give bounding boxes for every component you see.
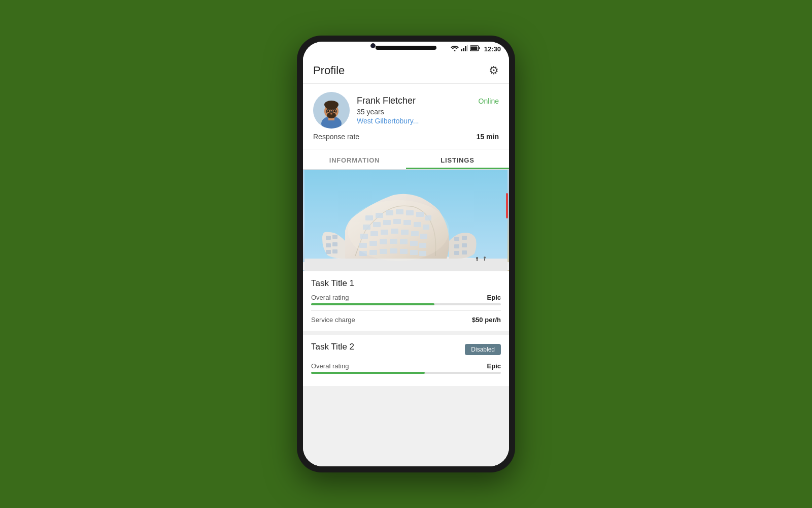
profile-location: West Gilbertobury... (357, 117, 499, 125)
listing-card-1: Task Title 1 Overal rating Epic Service … (303, 170, 509, 331)
phone-camera (370, 43, 376, 48)
svg-rect-65 (326, 250, 331, 254)
svg-rect-3 (465, 46, 466, 51)
app-header: Profile ⚙ (303, 56, 509, 84)
svg-line-19 (335, 111, 336, 111)
listing-1-divider (311, 310, 501, 311)
listing-1-body: Task Title 1 Overal rating Epic Service … (303, 271, 509, 331)
signal-icon (461, 45, 468, 52)
listing-2-rating-value: Epic (487, 362, 501, 370)
svg-rect-66 (332, 249, 337, 253)
svg-point-20 (327, 110, 329, 112)
svg-rect-6 (479, 47, 480, 49)
profile-card: Frank Fletcher Online 35 years West Gilb… (303, 84, 509, 149)
svg-rect-1 (461, 49, 462, 51)
svg-point-21 (333, 110, 335, 112)
svg-point-73 (476, 257, 478, 259)
svg-rect-74 (477, 259, 478, 261)
scroll-indicator[interactable] (506, 193, 508, 218)
phone-screen: 12:30 Profile ⚙ (303, 42, 509, 466)
phone-speaker (376, 46, 436, 50)
svg-rect-72 (462, 250, 467, 255)
listing-2-rating-bar (311, 372, 501, 374)
listing-2-title: Task Title 2 (311, 342, 354, 352)
svg-point-75 (484, 257, 486, 259)
listing-image-1 (303, 170, 509, 271)
svg-rect-68 (462, 236, 467, 240)
listing-2-rating-row: Overal rating Epic (311, 362, 501, 370)
svg-rect-71 (454, 251, 459, 255)
time-display: 12:30 (484, 45, 501, 53)
svg-point-77 (348, 200, 449, 261)
battery-icon (470, 45, 480, 52)
svg-rect-76 (484, 259, 485, 261)
svg-point-0 (454, 50, 455, 52)
svg-rect-61 (326, 236, 331, 240)
settings-icon[interactable]: ⚙ (489, 64, 499, 77)
listing-card-2: Task Title 2 Disabled Overal rating Epic (303, 335, 509, 386)
listing-2-title-row: Task Title 2 Disabled (311, 342, 501, 357)
profile-details: Frank Fletcher Online 35 years West Gilb… (357, 96, 499, 125)
profile-age: 35 years (357, 108, 499, 116)
listing-1-charge-row: Service charge $50 per/h (311, 316, 501, 324)
listing-1-rating-row: Overal rating Epic (311, 294, 501, 301)
svg-rect-4 (467, 45, 468, 51)
listing-1-title: Task Title 1 (311, 278, 501, 289)
listings-content[interactable]: Task Title 1 Overal rating Epic Service … (303, 170, 509, 466)
response-label: Response rate (313, 133, 359, 141)
listing-1-charge-value: $50 per/h (472, 316, 501, 324)
svg-rect-67 (454, 237, 459, 241)
app-screen: Profile ⚙ (303, 56, 509, 466)
svg-rect-64 (332, 242, 337, 246)
wifi-icon (451, 45, 459, 52)
response-row: Response rate 15 min (313, 133, 499, 141)
svg-rect-69 (454, 244, 459, 248)
status-icons: 12:30 (451, 45, 501, 53)
online-status: Online (479, 97, 499, 105)
profile-name: Frank Fletcher (357, 96, 416, 106)
profile-info-row: Frank Fletcher Online 35 years West Gilb… (313, 92, 499, 129)
page-title: Profile (313, 64, 345, 77)
listing-2-rating-fill (311, 372, 425, 374)
disabled-badge: Disabled (465, 344, 501, 355)
svg-rect-2 (463, 48, 464, 51)
listing-1-rating-value: Epic (487, 294, 501, 301)
svg-rect-62 (332, 235, 337, 239)
svg-line-18 (326, 111, 327, 111)
svg-point-22 (330, 113, 332, 115)
tab-listings[interactable]: LISTINGS (406, 149, 509, 169)
listing-2-rating-label: Overal rating (311, 362, 349, 370)
tabs-bar: INFORMATION LISTINGS (303, 149, 509, 170)
response-time: 15 min (477, 133, 499, 141)
svg-rect-63 (326, 243, 331, 247)
listing-1-rating-fill (311, 303, 434, 305)
listing-1-rating-bar (311, 303, 501, 305)
svg-point-13 (325, 103, 337, 110)
tab-information[interactable]: INFORMATION (303, 149, 406, 169)
listing-1-rating-label: Overal rating (311, 294, 349, 301)
phone-frame: 12:30 Profile ⚙ (297, 36, 515, 472)
avatar (313, 92, 350, 129)
svg-rect-70 (462, 243, 467, 247)
profile-name-row: Frank Fletcher Online (357, 96, 499, 106)
listing-1-charge-label: Service charge (311, 316, 355, 324)
svg-rect-7 (470, 47, 477, 50)
